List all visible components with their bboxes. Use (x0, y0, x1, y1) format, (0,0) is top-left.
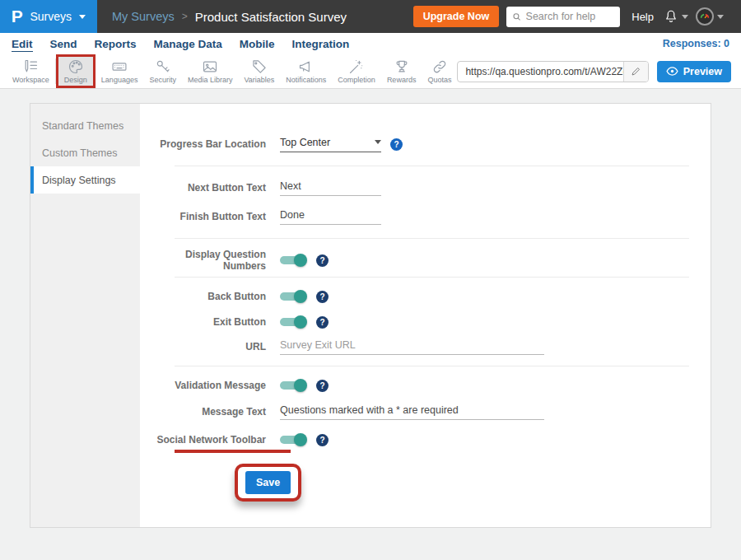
breadcrumb: My Surveys > Product Satisfaction Survey (112, 10, 347, 24)
exit-button-row: Exit Button ? (140, 310, 711, 334)
help-search-input[interactable] (526, 11, 615, 22)
social-network-toolbar-row: Social Network Toolbar ? (140, 427, 711, 452)
keyboard-icon (111, 58, 128, 75)
validation-message-toggle[interactable] (280, 379, 307, 392)
tab-manage-data[interactable]: Manage Data (154, 38, 222, 50)
preview-button[interactable]: Preview (657, 61, 731, 82)
tab-reports[interactable]: Reports (95, 38, 137, 50)
sidebar-item-standard-themes[interactable]: Standard Themes (30, 112, 140, 139)
tab-mobile[interactable]: Mobile (240, 38, 275, 50)
social-network-toolbar-toggle[interactable] (280, 433, 307, 446)
magic-wand-icon (348, 58, 365, 75)
help-icon[interactable]: ? (316, 316, 329, 329)
edit-url-button[interactable] (623, 62, 648, 82)
tab-integration[interactable]: Integration (292, 38, 350, 50)
link-icon (431, 58, 448, 75)
gauge-icon (699, 11, 711, 22)
survey-url-field: https://qa.questionpro.com/t/AW22Zcq2J (457, 61, 648, 82)
help-icon[interactable]: ? (316, 434, 329, 446)
exit-button-label: Exit Button (140, 316, 266, 328)
bell-icon (664, 9, 678, 24)
notifications-bell-button[interactable] (664, 9, 688, 24)
message-text-input[interactable] (280, 404, 544, 420)
display-question-numbers-toggle[interactable] (280, 254, 307, 267)
save-button[interactable]: Save (245, 471, 291, 494)
progress-bar-location-row: Progress Bar Location Top Center ? (140, 132, 711, 156)
message-text-label: Message Text (140, 406, 266, 418)
exit-url-input[interactable] (280, 339, 544, 355)
sidebar-item-custom-themes[interactable]: Custom Themes (30, 139, 140, 166)
validation-message-label: Validation Message (140, 380, 266, 391)
megaphone-icon (298, 58, 315, 75)
upgrade-now-button[interactable]: Upgrade Now (413, 6, 500, 27)
help-icon[interactable]: ? (316, 291, 329, 303)
finish-button-text-input[interactable] (280, 209, 381, 225)
divider (175, 166, 689, 166)
next-button-text-label: Next Button Text (140, 182, 266, 194)
social-network-toolbar-label: Social Network Toolbar (140, 434, 266, 446)
tag-icon (251, 58, 268, 75)
help-icon[interactable]: ? (316, 254, 329, 267)
eye-icon (666, 67, 678, 76)
page-content: Standard Themes Custom Themes Display Se… (0, 89, 741, 560)
validation-message-row: Validation Message ? (140, 373, 711, 398)
progress-bar-location-label: Progress Bar Location (140, 138, 266, 150)
toolbar-languages[interactable]: Languages (96, 54, 144, 88)
help-link[interactable]: Help (631, 11, 654, 23)
exit-button-toggle[interactable] (280, 315, 307, 329)
workspace-pen-list-icon (22, 58, 39, 75)
divider (175, 277, 689, 278)
pencil-icon (631, 66, 641, 77)
toolbar-design[interactable]: Design (56, 54, 96, 88)
surveys-app-menu[interactable]: P Surveys (0, 0, 97, 33)
breadcrumb-separator: > (182, 11, 188, 22)
display-question-numbers-row: Display Question Numbers ? (140, 248, 711, 273)
sidebar-item-display-settings[interactable]: Display Settings (30, 166, 140, 194)
toolbar-workspace[interactable]: Workspace (7, 54, 55, 88)
display-question-numbers-label: Display Question Numbers (140, 249, 266, 272)
back-button-row: Back Button ? (140, 284, 711, 309)
survey-title: Product Satisfaction Survey (195, 10, 347, 24)
message-text-row: Message Text (140, 399, 711, 424)
progress-bar-location-select[interactable]: Top Center (280, 137, 381, 152)
next-button-text-input[interactable] (280, 180, 381, 196)
key-icon (155, 58, 171, 75)
search-icon (512, 12, 521, 22)
chevron-down-icon (717, 15, 724, 19)
themes-sidebar: Standard Themes Custom Themes Display Se… (30, 104, 140, 527)
back-button-label: Back Button (140, 291, 266, 302)
divider (175, 366, 689, 366)
chevron-down-icon (375, 140, 381, 144)
finish-button-text-label: Finish Button Text (140, 211, 266, 222)
red-box-annotation: Save (235, 464, 301, 502)
app-menu-label: Surveys (30, 10, 72, 23)
responses-count[interactable]: Responses: 0 (663, 38, 729, 49)
back-button-toggle[interactable] (280, 290, 307, 303)
chevron-down-icon (79, 15, 86, 19)
toolbar-rewards[interactable]: Rewards (381, 54, 422, 88)
help-icon[interactable]: ? (316, 380, 329, 392)
survey-url-value[interactable]: https://qa.questionpro.com/t/AW22Zcq2J (458, 66, 623, 77)
display-settings-form: Progress Bar Location Top Center ? Next … (140, 104, 711, 527)
tab-send[interactable]: Send (50, 38, 77, 50)
tab-edit[interactable]: Edit (12, 38, 33, 50)
avatar (696, 7, 714, 26)
exit-url-label: URL (140, 341, 266, 352)
toolbar-security[interactable]: Security (143, 54, 182, 88)
help-search-box[interactable] (506, 7, 620, 27)
toolbar-quotas[interactable]: Quotas (422, 54, 457, 88)
toolbar-media-library[interactable]: Media Library (182, 54, 239, 88)
help-icon[interactable]: ? (390, 138, 403, 151)
toolbar-variables[interactable]: Variables (238, 54, 280, 88)
toolbar-notifications[interactable]: Notifications (280, 54, 332, 88)
toolbar-completion[interactable]: Completion (332, 54, 381, 88)
next-button-text-row: Next Button Text (140, 175, 711, 200)
account-menu-button[interactable] (696, 7, 724, 26)
breadcrumb-my-surveys[interactable]: My Surveys (112, 10, 175, 23)
trophy-icon (394, 58, 410, 75)
design-palette-icon (68, 58, 84, 75)
survey-nav-tabs: Edit Send Reports Manage Data Mobile Int… (0, 33, 741, 54)
red-underline-annotation (175, 450, 291, 453)
exit-url-row: URL (140, 334, 711, 359)
top-bar: P Surveys My Surveys > Product Satisfact… (0, 0, 741, 33)
